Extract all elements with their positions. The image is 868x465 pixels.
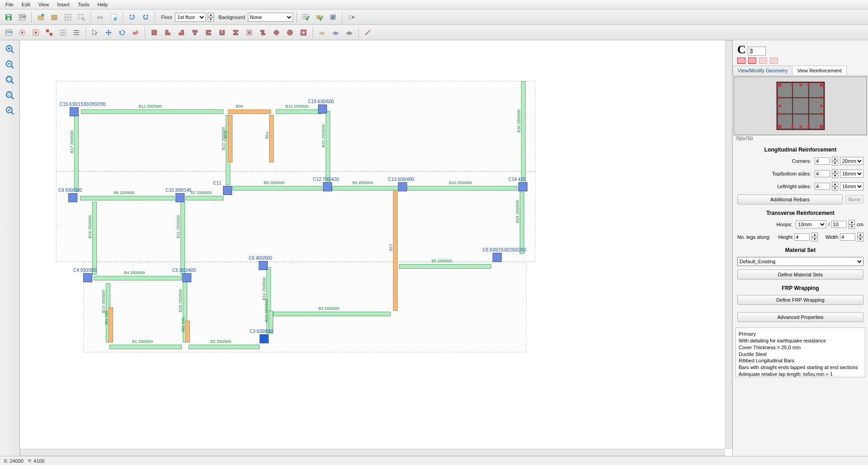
column-C3[interactable] bbox=[260, 334, 269, 343]
select-icon[interactable] bbox=[89, 27, 101, 38]
redo-icon[interactable] bbox=[140, 11, 152, 23]
beam-B21[interactable] bbox=[180, 202, 185, 275]
sec-i-icon[interactable] bbox=[230, 27, 242, 38]
beam-B5[interactable] bbox=[399, 264, 491, 269]
material-set-select[interactable]: Default_Existing bbox=[737, 257, 863, 266]
corners-spin[interactable]: ▲▼ bbox=[832, 157, 838, 166]
menu-help[interactable]: Help bbox=[94, 1, 112, 8]
menu-file[interactable]: File bbox=[2, 1, 17, 8]
column-C12[interactable] bbox=[323, 182, 332, 191]
column-C9[interactable] bbox=[68, 193, 77, 202]
snap2-icon[interactable] bbox=[30, 27, 42, 38]
column-C13[interactable] bbox=[398, 182, 407, 191]
beam-B29[interactable] bbox=[520, 192, 524, 254]
beam-B27[interactable] bbox=[393, 191, 398, 311]
zoom-in-icon[interactable] bbox=[3, 43, 17, 56]
rotate-icon[interactable] bbox=[116, 27, 128, 38]
beam-B7[interactable] bbox=[185, 196, 223, 200]
lw-spin[interactable]: ▲▼ bbox=[857, 232, 863, 242]
edge3-icon[interactable] bbox=[759, 57, 767, 64]
lr-dia[interactable]: 16mm bbox=[840, 182, 863, 190]
zoom-out-icon[interactable] bbox=[3, 58, 17, 71]
new-building-icon[interactable] bbox=[35, 11, 47, 23]
tb-input[interactable] bbox=[815, 170, 830, 177]
column-C19[interactable] bbox=[318, 104, 327, 114]
sec-l1-icon[interactable] bbox=[162, 27, 174, 38]
sec-l2-icon[interactable] bbox=[175, 27, 187, 38]
beam-B9[interactable] bbox=[332, 186, 400, 190]
lr-input[interactable] bbox=[815, 183, 830, 190]
sec-c-icon[interactable] bbox=[203, 27, 214, 38]
grid-arrow-icon[interactable] bbox=[76, 11, 87, 23]
plan-canvas[interactable]: B11 250/600B34B12 250/600B6 250/600B7 25… bbox=[20, 40, 732, 456]
lr-spin[interactable]: ▲▼ bbox=[832, 182, 838, 191]
beam-B17[interactable] bbox=[74, 115, 79, 192]
beam-W1[interactable] bbox=[109, 307, 113, 342]
undo-icon[interactable] bbox=[126, 11, 138, 23]
zoom-prev-icon[interactable] bbox=[3, 104, 17, 117]
beam-B6[interactable] bbox=[80, 196, 175, 200]
sec-rect-icon[interactable] bbox=[148, 27, 160, 38]
column-id-input[interactable] bbox=[748, 47, 766, 56]
column-C14[interactable] bbox=[518, 182, 527, 191]
beam-B11[interactable] bbox=[81, 109, 223, 114]
sec-circ-icon[interactable] bbox=[284, 27, 296, 38]
grid-icon[interactable] bbox=[62, 11, 74, 23]
zoom-window-icon[interactable] bbox=[3, 74, 17, 86]
slab2-icon[interactable] bbox=[330, 27, 342, 38]
hoops-spacing[interactable] bbox=[831, 221, 847, 228]
beam-B3[interactable] bbox=[273, 312, 391, 316]
beam-B34[interactable] bbox=[228, 109, 271, 114]
corners-input[interactable] bbox=[815, 157, 830, 165]
slab1-icon[interactable] bbox=[316, 27, 328, 38]
sec-hollow-icon[interactable] bbox=[298, 27, 309, 38]
sec-ij-icon[interactable] bbox=[243, 27, 255, 38]
print-icon[interactable] bbox=[94, 11, 106, 23]
beam-B1v[interactable] bbox=[269, 115, 274, 162]
check3-icon[interactable] bbox=[327, 11, 339, 23]
additional-rebars-button[interactable]: Additional Rebars bbox=[737, 195, 843, 204]
advanced-props-button[interactable]: Advanced Properties bbox=[737, 312, 863, 322]
delete-icon[interactable] bbox=[130, 27, 142, 38]
menu-edit[interactable]: Edit bbox=[18, 1, 34, 8]
background-select[interactable]: None bbox=[248, 13, 293, 22]
sec-u-icon[interactable] bbox=[216, 27, 228, 38]
column-C11[interactable] bbox=[223, 186, 232, 195]
dwg2-icon[interactable]: DWG bbox=[3, 27, 14, 38]
tab-reinforcement[interactable]: View Reinforcement bbox=[792, 66, 846, 75]
check1-icon[interactable] bbox=[300, 11, 312, 23]
snap3-icon[interactable] bbox=[43, 27, 55, 38]
building-icon[interactable] bbox=[48, 11, 60, 23]
corners-dia[interactable]: 20mm bbox=[840, 157, 863, 165]
beam-B2[interactable] bbox=[189, 345, 260, 349]
beam-B8[interactable] bbox=[232, 186, 322, 190]
slab3-icon[interactable] bbox=[343, 27, 355, 38]
beam-B30[interactable] bbox=[521, 81, 526, 184]
sec-cross-icon[interactable] bbox=[270, 27, 282, 38]
menu-tools[interactable]: Tools bbox=[74, 1, 93, 8]
column-C15[interactable] bbox=[70, 107, 79, 116]
edge2-icon[interactable] bbox=[748, 57, 756, 64]
sec-z-icon[interactable] bbox=[257, 27, 269, 38]
beam-W2[interactable] bbox=[185, 321, 190, 342]
floor-spinner[interactable]: ▲▼ bbox=[208, 13, 214, 22]
report-icon[interactable] bbox=[108, 11, 119, 23]
legs-w[interactable] bbox=[840, 233, 855, 241]
beam-B25[interactable] bbox=[326, 111, 330, 184]
beam-W16[interactable] bbox=[228, 115, 232, 162]
tb-spin[interactable]: ▲▼ bbox=[832, 169, 838, 178]
sec-t-icon[interactable] bbox=[189, 27, 201, 38]
stairs-icon[interactable] bbox=[362, 27, 374, 38]
vscroll[interactable] bbox=[725, 40, 732, 449]
column-C4[interactable] bbox=[83, 273, 92, 282]
column-C5[interactable] bbox=[182, 273, 191, 282]
beam-B10[interactable] bbox=[408, 186, 517, 190]
beam-B18[interactable] bbox=[92, 202, 97, 275]
column-C6[interactable] bbox=[259, 261, 268, 270]
beam-B12[interactable] bbox=[276, 109, 322, 114]
move-icon[interactable] bbox=[103, 27, 114, 38]
define-material-button[interactable]: Define Material Sets bbox=[737, 270, 863, 280]
beam-B1[interactable] bbox=[109, 345, 182, 349]
menu-insert[interactable]: Insert bbox=[53, 1, 73, 8]
legs-h[interactable] bbox=[794, 233, 810, 241]
